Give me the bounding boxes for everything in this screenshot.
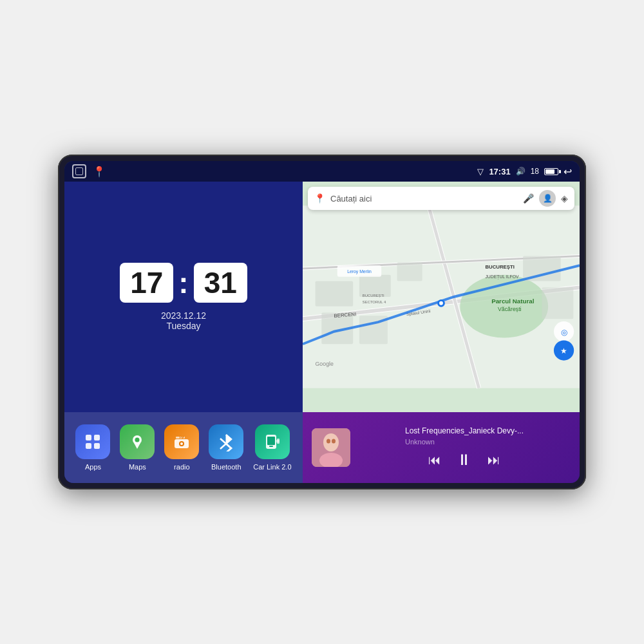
svg-rect-17 [269, 446, 273, 447]
time-display: 17:31 [489, 167, 510, 176]
svg-line-13 [220, 439, 226, 444]
svg-point-56 [327, 439, 330, 444]
svg-point-9 [180, 442, 183, 445]
clock-hour: 17 [130, 266, 163, 299]
layers-icon[interactable]: ◈ [561, 193, 568, 204]
play-pause-button[interactable]: ⏸ [457, 451, 472, 469]
device-screen: 📍 ▽ 17:31 🔊 18 ↩ 17 [64, 161, 580, 483]
maps-label: Maps [129, 463, 146, 471]
svg-text:Văcărești: Văcărești [498, 306, 522, 312]
svg-text:SECTORUL 4: SECTORUL 4 [363, 300, 386, 304]
right-panel: Parcul Natural Văcărești BERCENI [303, 182, 580, 483]
app-dock: Apps Maps [64, 412, 303, 483]
status-bar: 📍 ▽ 17:31 🔊 18 ↩ [64, 161, 580, 182]
app-item-bluetooth[interactable]: Bluetooth [209, 424, 243, 471]
bluetooth-icon-box [209, 424, 243, 459]
map-search-text: Căutați aici [330, 194, 518, 204]
left-panel: 17 : 31 2023.12.12 Tuesday [64, 182, 303, 483]
next-button[interactable]: ⏭ [488, 453, 500, 468]
svg-point-54 [323, 433, 339, 451]
map-widget[interactable]: Parcul Natural Văcărești BERCENI [303, 182, 580, 412]
svg-rect-18 [277, 439, 279, 444]
svg-text:BUCUREȘTI: BUCUREȘTI [363, 294, 384, 298]
map-svg: Parcul Natural Văcărești BERCENI [303, 182, 580, 412]
clock-hour-block: 17 [120, 263, 173, 303]
volume-icon: 🔊 [516, 167, 526, 176]
day-text: Tuesday [161, 321, 206, 331]
svg-rect-2 [86, 443, 91, 449]
svg-text:Leroy Merlin: Leroy Merlin [347, 269, 372, 274]
carlink-label: Car Link 2.0 [253, 463, 291, 471]
user-avatar[interactable]: 👤 [539, 190, 556, 207]
music-info: Lost Frequencies_Janieck Devy-... Unknow… [405, 426, 524, 446]
radio-icon-box: FM [164, 424, 199, 459]
app-item-apps[interactable]: Apps [75, 424, 110, 471]
carlink-icon-box [255, 424, 290, 459]
battery-level: 18 [531, 167, 539, 176]
svg-text:Google: Google [316, 361, 334, 368]
radio-label: radio [174, 463, 189, 471]
maps-pin-icon: 📍 [314, 193, 325, 204]
svg-line-14 [220, 444, 226, 449]
svg-rect-31 [316, 281, 354, 307]
device-frame: 📍 ▽ 17:31 🔊 18 ↩ 17 [58, 155, 586, 489]
album-art [312, 428, 350, 467]
battery-icon [544, 168, 558, 175]
map-search-bar[interactable]: 📍 Căutați aici 🎤 👤 ◈ [308, 187, 574, 210]
music-player: Lost Frequencies_Janieck Devy-... Unknow… [303, 412, 580, 483]
apps-icon-box [75, 424, 110, 459]
status-bar-left: 📍 [72, 164, 106, 178]
music-artist: Unknown [405, 438, 524, 446]
mic-icon[interactable]: 🎤 [523, 193, 534, 204]
maps-icon-box [120, 424, 155, 459]
svg-rect-3 [94, 443, 100, 449]
home-button[interactable] [72, 164, 86, 178]
svg-text:JUDEȚUL ILFOV: JUDEȚUL ILFOV [485, 274, 519, 279]
music-controls: ⏮ ⏸ ⏭ [428, 451, 500, 469]
app-item-carlink[interactable]: Car Link 2.0 [253, 424, 291, 471]
home-icon [75, 167, 83, 175]
date-display: 2023.12.12 Tuesday [161, 310, 206, 331]
svg-point-5 [135, 438, 140, 442]
carlink-icon [263, 432, 282, 451]
apps-label: Apps [85, 463, 101, 471]
svg-rect-1 [94, 435, 100, 440]
album-art-image [312, 428, 350, 467]
bluetooth-icon [217, 432, 235, 451]
maps-icon [128, 432, 147, 451]
app-item-maps[interactable]: Maps [120, 424, 155, 471]
clock-widget: 17 : 31 2023.12.12 Tuesday [64, 182, 303, 412]
map-background: Parcul Natural Văcărești BERCENI [303, 182, 580, 412]
svg-rect-0 [86, 435, 91, 440]
nav-icon[interactable]: 📍 [93, 166, 106, 178]
svg-text:FM: FM [180, 435, 184, 439]
svg-text:★: ★ [560, 346, 567, 355]
svg-rect-37 [542, 287, 573, 319]
clock-colon: : [178, 265, 188, 300]
radio-icon: FM [172, 432, 191, 451]
svg-rect-16 [267, 437, 275, 445]
music-player-right: Lost Frequencies_Janieck Devy-... Unknow… [358, 426, 571, 469]
clock-display: 17 : 31 [120, 263, 247, 303]
bluetooth-label: Bluetooth [211, 463, 241, 471]
date-text: 2023.12.12 [161, 310, 206, 321]
apps-icon [84, 433, 102, 451]
app-item-radio[interactable]: FM radio [164, 424, 199, 471]
clock-minute: 31 [204, 266, 237, 299]
svg-text:Parcul Natural: Parcul Natural [491, 298, 535, 305]
main-content: 17 : 31 2023.12.12 Tuesday [64, 182, 580, 483]
svg-point-48 [439, 301, 443, 305]
svg-text:BUCUREȘTI: BUCUREȘTI [485, 264, 514, 270]
svg-marker-6 [134, 443, 140, 449]
music-title: Lost Frequencies_Janieck Devy-... [405, 426, 524, 435]
svg-text:◎: ◎ [561, 328, 567, 336]
back-icon[interactable]: ↩ [564, 166, 572, 178]
status-bar-right: ▽ 17:31 🔊 18 ↩ [477, 166, 572, 178]
clock-minute-block: 31 [194, 263, 247, 303]
svg-rect-33 [397, 262, 422, 281]
svg-point-57 [332, 439, 336, 444]
signal-icon: ▽ [477, 167, 484, 176]
prev-button[interactable]: ⏮ [428, 453, 441, 468]
